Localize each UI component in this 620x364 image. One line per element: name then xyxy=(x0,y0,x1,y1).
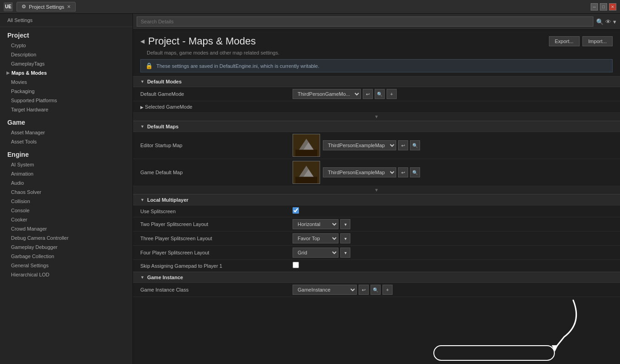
search-icons: 🔍 👁 ▾ xyxy=(596,18,616,25)
gamemode-add-btn[interactable]: + xyxy=(387,89,397,99)
skip-gamepad-checkbox[interactable] xyxy=(293,262,299,268)
game-instance-label: Game Instance xyxy=(147,275,183,280)
default-modes-label: Default Modes xyxy=(147,79,182,84)
sidebar-item-cooker[interactable]: Cooker xyxy=(0,215,133,224)
sidebar-item-collision[interactable]: Collision xyxy=(0,197,133,206)
close-btn[interactable]: ✕ xyxy=(609,3,616,11)
game-instance-class-dropdown[interactable]: GameInstance xyxy=(293,285,357,295)
row-four-player-layout: Four Player Splitscreen Layout Grid ▾ xyxy=(133,246,620,260)
two-player-layout-dropdown[interactable]: Horizontal xyxy=(293,219,338,229)
section-default-modes: ▼ Default Modes Default GameMode ThirdPe… xyxy=(133,76,620,121)
export-btn[interactable]: Export... xyxy=(549,36,580,46)
sidebar-item-debug-camera[interactable]: Debug Camera Controller xyxy=(0,233,133,243)
page-collapse-arrow[interactable]: ◀ xyxy=(140,38,144,44)
maximize-btn[interactable]: □ xyxy=(600,3,607,11)
sidebar-item-crypto[interactable]: Crypto xyxy=(0,41,133,50)
annotation-arrow xyxy=(509,296,592,355)
use-splitscreen-checkbox[interactable] xyxy=(293,207,299,214)
editor-map-value-row: ThirdPersonExampleMap ↩ 🔍 xyxy=(293,134,616,157)
svg-rect-7 xyxy=(295,177,317,183)
page-header-btns: Export... Import... xyxy=(549,36,613,46)
row-two-player-layout: Two Player Splitscreen Layout Horizontal… xyxy=(133,217,620,232)
default-maps-chevron[interactable]: ▼ xyxy=(133,186,620,194)
sidebar-item-description[interactable]: Description xyxy=(0,50,133,59)
import-btn[interactable]: Import... xyxy=(582,36,613,46)
info-bar: 🔒 These settings are saved in DefaultEng… xyxy=(140,59,613,72)
game-map-reset-btn[interactable]: ↩ xyxy=(398,167,408,177)
sidebar-item-asset-tools[interactable]: Asset Tools xyxy=(0,137,133,146)
editor-map-search-btn[interactable]: 🔍 xyxy=(410,140,420,150)
sidebar-item-movies[interactable]: Movies xyxy=(0,77,133,87)
section-header-local-multiplayer[interactable]: ▼ Local Multiplayer xyxy=(133,194,620,205)
search-input[interactable] xyxy=(137,17,593,27)
three-player-dropdown-arrow[interactable]: ▾ xyxy=(340,233,350,243)
sidebar-item-maps-modes[interactable]: ▶Maps & Modes xyxy=(0,68,133,77)
title-bar: UE ⚙ Project Settings ✕ ─ □ ✕ xyxy=(0,0,620,14)
three-player-dropdown-row: Favor Top ▾ xyxy=(293,233,616,243)
sidebar-item-asset-manager[interactable]: Asset Manager xyxy=(0,128,133,137)
four-player-dropdown-arrow[interactable]: ▾ xyxy=(340,248,350,258)
search-bar: 🔍 👁 ▾ xyxy=(133,14,620,30)
search-eye-icon[interactable]: 👁 xyxy=(605,18,611,25)
editor-map-reset-btn[interactable]: ↩ xyxy=(398,140,408,150)
sidebar-item-chaos-solver[interactable]: Chaos Solver xyxy=(0,188,133,197)
game-instance-search-btn[interactable]: 🔍 xyxy=(371,285,381,295)
window-controls: ─ □ ✕ xyxy=(591,3,616,11)
sidebar-item-crowd-manager[interactable]: Crowd Manager xyxy=(0,224,133,233)
active-tab[interactable]: ⚙ Project Settings ✕ xyxy=(17,2,76,11)
section-header-default-maps[interactable]: ▼ Default Maps xyxy=(133,121,620,132)
tab-close-btn[interactable]: ✕ xyxy=(67,4,71,9)
three-player-layout-dropdown[interactable]: Favor Top xyxy=(293,233,338,243)
sidebar-item-gameplaytags[interactable]: GameplayTags xyxy=(0,59,133,68)
sidebar-item-gameplay-debugger[interactable]: Gameplay Debugger xyxy=(0,243,133,252)
maps-modes-arrow: ▶ xyxy=(6,71,10,75)
sidebar-item-animation[interactable]: Animation xyxy=(0,169,133,178)
row-game-default-map: Game Default Map xyxy=(133,159,620,186)
page-subtitle: Default maps, game modes and other map r… xyxy=(133,50,620,59)
value-game-default-map: ThirdPersonExampleMap ↩ 🔍 xyxy=(289,159,620,186)
sidebar-item-supported-platforms[interactable]: Supported Platforms xyxy=(0,96,133,105)
gamemode-reset-btn[interactable]: ↩ xyxy=(363,89,373,99)
default-maps-label: Default Maps xyxy=(147,124,178,129)
default-modes-chevron[interactable]: ▼ xyxy=(133,113,620,121)
sidebar-item-general-settings[interactable]: General Settings xyxy=(0,261,133,270)
page-header: ◀ Project - Maps & Modes Export... Impor… xyxy=(133,30,620,50)
gamemode-search-btn[interactable]: 🔍 xyxy=(375,89,385,99)
editor-startup-map-dropdown[interactable]: ThirdPersonExampleMap xyxy=(323,140,396,150)
section-local-multiplayer: ▼ Local Multiplayer Use Splitscreen xyxy=(133,194,620,272)
value-four-player-layout: Grid ▾ xyxy=(289,246,620,260)
section-header-game-instance[interactable]: ▼ Game Instance xyxy=(133,272,620,283)
game-map-dropdown-row: ThirdPersonExampleMap ↩ 🔍 xyxy=(323,167,420,177)
sidebar-item-console[interactable]: Console xyxy=(0,206,133,215)
two-player-dropdown-arrow[interactable]: ▾ xyxy=(340,219,350,229)
sidebar-item-garbage-collection[interactable]: Garbage Collection xyxy=(0,252,133,261)
sidebar-item-hierarchical-lod[interactable]: Hierarchical LOD xyxy=(0,270,133,279)
row-default-gamemode: Default GameMode ThirdPersonGameMo... ↩ … xyxy=(133,87,620,101)
section-header-default-modes[interactable]: ▼ Default Modes xyxy=(133,76,620,87)
search-dropdown-icon[interactable]: ▾ xyxy=(613,18,616,25)
all-settings-btn[interactable]: All Settings xyxy=(0,14,133,27)
game-instance-class-highlight xyxy=(433,345,555,361)
row-three-player-layout: Three Player Splitscreen Layout Favor To… xyxy=(133,232,620,246)
sidebar-item-audio[interactable]: Audio xyxy=(0,178,133,188)
default-modes-table: Default GameMode ThirdPersonGameMo... ↩ … xyxy=(133,87,620,113)
info-lock-icon: 🔒 xyxy=(145,62,153,69)
section-game-instance: ▼ Game Instance Game Instance Class Game… xyxy=(133,272,620,297)
minimize-btn[interactable]: ─ xyxy=(591,3,598,11)
sidebar-item-packaging[interactable]: Packaging xyxy=(0,87,133,96)
sidebar-item-ai-system[interactable]: AI System xyxy=(0,160,133,169)
selected-gamemode-arrow: ▶ xyxy=(140,105,144,110)
game-default-map-dropdown[interactable]: ThirdPersonExampleMap xyxy=(323,167,396,177)
game-map-search-btn[interactable]: 🔍 xyxy=(410,167,420,177)
game-instance-add-btn[interactable]: + xyxy=(382,285,393,295)
sidebar-item-target-hardware[interactable]: Target Hardware xyxy=(0,105,133,114)
default-gamemode-dropdown[interactable]: ThirdPersonGameMo... xyxy=(293,89,361,99)
content-area: 🔍 👁 ▾ ◀ Project - Maps & Modes Export...… xyxy=(133,14,620,364)
sidebar-section-engine: Engine xyxy=(0,146,133,160)
four-player-layout-dropdown[interactable]: Grid xyxy=(293,248,338,258)
game-instance-reset-btn[interactable]: ↩ xyxy=(359,285,369,295)
selected-gamemode-expand[interactable]: ▶ Selected GameMode xyxy=(140,104,192,110)
local-multiplayer-label: Local Multiplayer xyxy=(147,197,188,203)
row-selected-gamemode: ▶ Selected GameMode xyxy=(133,101,620,113)
search-magnifier-icon[interactable]: 🔍 xyxy=(596,18,603,25)
